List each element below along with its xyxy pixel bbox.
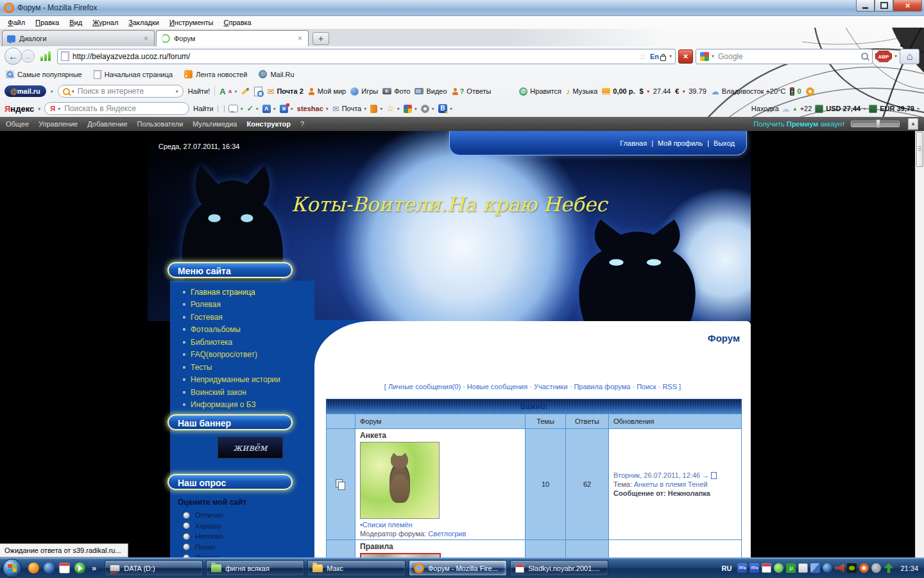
dropdown-icon[interactable]: ▾ [256, 106, 259, 112]
home-button[interactable]: ⌂ [900, 49, 920, 64]
link-members[interactable]: Участники [534, 383, 568, 390]
menu-edit[interactable]: Правка [30, 17, 64, 28]
mailru-myworld-button[interactable]: Мой мир [308, 87, 346, 95]
urlbar-dropdown-icon[interactable]: ▾ [669, 53, 672, 59]
radio-icon[interactable] [183, 512, 190, 519]
icq-flower-icon[interactable] [774, 563, 783, 573]
ucoz-multimedia[interactable]: Мультимедиа [193, 120, 237, 128]
yandex-search-input[interactable] [63, 103, 184, 114]
usernav-profile-link[interactable]: Мой профиль [658, 139, 703, 147]
goto-post-icon[interactable]: → [702, 471, 709, 479]
poll-option-not-bad[interactable]: Неплохо [178, 531, 246, 542]
bookmark-news-feed[interactable]: Лента новостей [184, 70, 247, 78]
radio-icon[interactable] [183, 522, 190, 529]
mailru-music-button[interactable]: ♪Музыка [566, 87, 597, 96]
ucoz-add[interactable]: Добавление [87, 120, 127, 128]
tab-close-icon[interactable]: × [296, 34, 304, 43]
mailru-balance[interactable]: 0,00 р. [602, 87, 635, 95]
forum-section-title[interactable]: Правила [360, 542, 520, 551]
search-input[interactable] [717, 51, 859, 62]
scroll-up-button[interactable]: ▲ [908, 118, 918, 130]
highlighter-icon[interactable] [242, 87, 250, 94]
bookmark-star-icon[interactable]: ☆ [638, 51, 647, 62]
traffic-widget[interactable]: 0 [790, 87, 801, 96]
yandex-usd-widget[interactable]: USD 27,44▾ [815, 105, 866, 113]
menu-file[interactable]: Файл [3, 17, 30, 28]
sidebar-item-photoalbums[interactable]: Фотоальбомы [183, 324, 280, 337]
search-magnifier-icon[interactable] [861, 53, 868, 60]
yandex-bar-button[interactable]: B▾ [438, 104, 452, 113]
mailru-like-button[interactable]: @Нравится [519, 87, 561, 96]
yandex-translate-button[interactable]: я▾ [280, 105, 293, 113]
moderator-link[interactable]: Светлогрив [428, 530, 466, 538]
menu-tools[interactable]: Инструменты [164, 17, 219, 28]
forum-section-title[interactable]: Анкета [360, 431, 520, 440]
firefox-addon-icon[interactable]: FFa [749, 563, 759, 573]
mailru-logo-dropdown-icon[interactable]: ▾ [51, 89, 53, 94]
volume-icon[interactable] [835, 563, 844, 573]
mailru-find-button[interactable]: Найти! [188, 87, 210, 95]
post-page-icon[interactable] [711, 472, 717, 479]
mailru-photo-button[interactable]: Фото [382, 87, 410, 95]
firefox-addon-icon[interactable]: FFa [737, 563, 747, 573]
poll-option-bad[interactable]: Плохо [178, 542, 246, 553]
usd-rate[interactable]: $▼27.44 [640, 87, 671, 95]
close-button[interactable]: × [893, 0, 922, 12]
taskbar-button-firefox[interactable]: Форум - Mozilla Fire... [409, 560, 507, 576]
panel-split-icon[interactable] [218, 105, 225, 112]
back-button[interactable]: ← [4, 48, 22, 65]
ucoz-panel-slider[interactable] [851, 121, 900, 127]
minimize-button[interactable] [856, 0, 875, 12]
poll-option-good[interactable]: Хорошо [178, 521, 246, 532]
dropdown-icon[interactable]: ▾ [432, 106, 434, 112]
taskbar-button-folder-2[interactable]: Макс [307, 560, 406, 576]
sidebar-item-warrior-law[interactable]: Воинский закон [183, 386, 280, 399]
yandex-favorites-button[interactable]: ☆▾ [386, 103, 400, 114]
network-icon[interactable] [810, 563, 820, 573]
menu-history[interactable]: Журнал [87, 17, 123, 28]
poll-option-excellent[interactable]: Отлично [178, 510, 246, 521]
sound-device-icon[interactable] [871, 563, 881, 573]
taskbar-button-folder-1[interactable]: фигня всякая [206, 560, 304, 576]
ucoz-premium-link[interactable]: Получить Премиум аккаунт [753, 120, 845, 128]
dropdown-icon[interactable]: ▾ [415, 106, 417, 112]
kitten-thumbnail-image[interactable] [360, 442, 440, 519]
bookmark-mailru[interactable]: @Mail.Ru [259, 70, 294, 78]
globe-tray-icon[interactable] [823, 563, 832, 573]
yandex-mail-button[interactable]: ✉Почта▾ [332, 104, 366, 114]
adblock-icon[interactable]: ABP [875, 51, 892, 62]
sidebar-item-roleplay[interactable]: Ролевая [183, 299, 280, 311]
start-button[interactable] [3, 559, 22, 578]
language-indicator[interactable]: RU [722, 565, 732, 572]
new-tab-button[interactable]: + [312, 32, 329, 45]
menu-bookmarks[interactable]: Закладки [123, 17, 164, 28]
tab-dialogs[interactable]: Диалоги × [2, 30, 155, 46]
forward-button[interactable]: → [21, 49, 35, 63]
tab-forum[interactable]: Форум × [156, 30, 309, 46]
yandex-dictionary-button[interactable]: A▾ [262, 105, 276, 113]
mailru-search-dropdown-icon[interactable]: ▾ [72, 89, 74, 94]
quicklaunch-media-icon[interactable] [74, 563, 85, 574]
dropdown-icon[interactable]: ▾ [450, 106, 452, 112]
dropdown-icon[interactable]: ▾ [397, 106, 400, 112]
search-box[interactable]: ▾ [696, 49, 873, 64]
usb-eject-icon[interactable] [884, 563, 893, 573]
comodo-icon[interactable] [859, 563, 869, 573]
yandex-weather-widget[interactable]: Находка☁▲+22 [751, 104, 812, 114]
yandex-logo-dropdown-icon[interactable]: ▾ [38, 106, 40, 112]
adblock-dropdown-icon[interactable]: ▾ [894, 53, 897, 59]
yandex-comments-button[interactable]: ▾ [228, 105, 243, 112]
ucoz-users[interactable]: Пользователи [137, 120, 184, 128]
usernav-logout-link[interactable]: Выход [714, 139, 735, 147]
taskbar-button-data-drive[interactable]: DATA (D:) [105, 560, 203, 576]
slider-handle[interactable] [876, 119, 880, 128]
radio-icon[interactable] [183, 554, 190, 557]
link-rss[interactable]: RSS [662, 383, 677, 390]
dropdown-icon[interactable]: ▾ [364, 106, 366, 112]
radio-icon[interactable] [183, 543, 190, 550]
font-size-button[interactable]: AA▾ [219, 87, 237, 96]
subforum-link[interactable]: •Списки племён [360, 521, 413, 529]
ucoz-help[interactable]: ? [300, 120, 304, 128]
dropdown-icon[interactable]: ▾ [917, 106, 920, 112]
radio-icon[interactable] [183, 533, 190, 540]
